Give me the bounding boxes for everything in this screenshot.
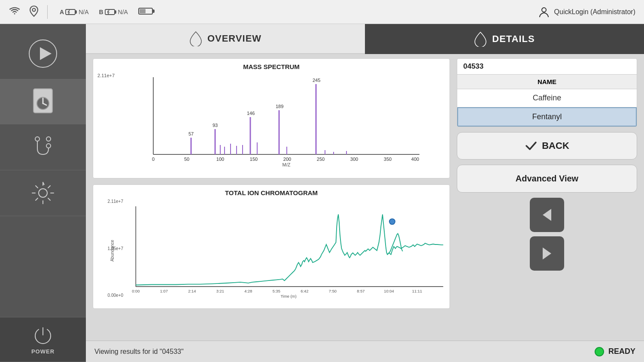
- sidebar-item-settings[interactable]: [0, 170, 86, 216]
- svg-text:Time (m): Time (m): [280, 294, 296, 299]
- play-icon: [28, 39, 58, 69]
- advanced-view-button[interactable]: Advanced View: [457, 165, 637, 193]
- main-battery-icon: [138, 7, 155, 17]
- svg-marker-16: [40, 47, 52, 60]
- next-button[interactable]: [530, 236, 564, 271]
- status-text: Viewing results for id "04533": [94, 348, 184, 356]
- svg-line-4: [69, 10, 70, 12]
- results-id: 04533: [457, 59, 637, 75]
- svg-text:6:42: 6:42: [301, 289, 308, 293]
- tic-svg: 0:00 1:07 2:14 3:21 4:28 5:35 6:42 7:50 …: [132, 199, 445, 302]
- svg-text:0:00: 0:00: [132, 289, 140, 293]
- checkmark-icon: [525, 139, 538, 152]
- svg-rect-6: [105, 9, 115, 15]
- svg-text:11:11: 11:11: [412, 289, 422, 293]
- overview-drop-icon: [189, 31, 202, 46]
- advanced-label: Advanced View: [516, 174, 578, 184]
- svg-text:3:21: 3:21: [216, 289, 224, 293]
- svg-text:M/Z: M/Z: [283, 162, 291, 167]
- tab-overview[interactable]: OVERVIEW: [86, 24, 365, 54]
- tab-overview-label: OVERVIEW: [207, 33, 261, 44]
- back-label: BACK: [542, 140, 569, 151]
- battery-b-label: B: [99, 9, 103, 15]
- ms-y-value: 2.11e+7: [97, 73, 115, 78]
- charts-section: MASS SPECTRUM 2.11e+7: [93, 58, 450, 336]
- battery-b: B N/A: [99, 9, 128, 15]
- svg-text:2:14: 2:14: [188, 289, 196, 293]
- power-icon: [32, 324, 54, 346]
- results-row-fentanyl[interactable]: Fentanyl: [457, 107, 637, 127]
- sidebar-item-medical[interactable]: [0, 124, 86, 170]
- svg-rect-13: [140, 9, 146, 13]
- svg-point-0: [33, 8, 36, 11]
- wifi-icon: [9, 6, 21, 18]
- svg-text:189: 189: [276, 104, 283, 109]
- svg-point-19: [35, 137, 39, 141]
- svg-text:250: 250: [317, 157, 325, 162]
- user-info: QuickLogin (Administrator): [538, 6, 635, 18]
- svg-text:150: 150: [250, 157, 258, 162]
- svg-text:57: 57: [188, 131, 194, 136]
- results-table: 04533 NAME Caffeine Fentanyl: [457, 58, 637, 127]
- svg-text:100: 100: [216, 157, 224, 162]
- prev-button[interactable]: [530, 198, 564, 232]
- svg-point-21: [46, 144, 51, 148]
- tic-highlight-dot: [389, 219, 395, 224]
- svg-marker-70: [543, 247, 551, 259]
- battery-a-value: N/A: [79, 9, 88, 15]
- right-panel: 04533 NAME Caffeine Fentanyl BACK Advanc…: [457, 58, 637, 336]
- gear-icon: [29, 179, 57, 207]
- next-arrow-icon: [539, 246, 555, 261]
- back-button[interactable]: BACK: [457, 132, 637, 160]
- svg-point-20: [46, 137, 51, 141]
- results-row-caffeine[interactable]: Caffeine: [457, 89, 637, 107]
- ready-indicator: [595, 347, 604, 356]
- svg-rect-2: [75, 11, 76, 13]
- ready-label: READY: [608, 347, 635, 356]
- top-bar: A N/A B N/A: [0, 0, 644, 24]
- svg-marker-69: [543, 209, 551, 221]
- tic-y-top: 2.11e+7: [108, 199, 123, 204]
- abundance-label: Abundance: [110, 234, 115, 268]
- svg-line-9: [108, 10, 109, 12]
- nav-buttons: [457, 198, 637, 271]
- svg-text:245: 245: [313, 78, 320, 83]
- status-bar: Viewing results for id "04533" READY: [86, 341, 644, 362]
- svg-text:1:07: 1:07: [160, 289, 168, 293]
- sidebar-item-report[interactable]: [0, 79, 86, 124]
- battery-section: A N/A B N/A: [60, 7, 155, 17]
- main-content: MASS SPECTRUM 2.11e+7: [86, 54, 644, 341]
- sidebar-item-power[interactable]: POWER: [0, 317, 86, 362]
- svg-line-10: [108, 12, 109, 14]
- tab-details[interactable]: DETAILS: [365, 24, 644, 54]
- location-icon: [29, 5, 39, 19]
- svg-text:350: 350: [384, 157, 392, 162]
- sidebar-item-play[interactable]: [0, 28, 86, 79]
- svg-text:50: 50: [184, 157, 189, 162]
- svg-text:5:35: 5:35: [273, 289, 280, 293]
- tab-details-label: DETAILS: [492, 33, 535, 45]
- svg-text:8:57: 8:57: [357, 289, 365, 293]
- svg-point-14: [542, 8, 546, 12]
- sidebar: POWER: [0, 24, 86, 362]
- user-label: QuickLogin (Administrator): [554, 8, 635, 16]
- svg-text:400: 400: [411, 157, 419, 162]
- results-name-header: NAME: [457, 75, 637, 89]
- svg-text:146: 146: [247, 111, 255, 116]
- svg-text:300: 300: [350, 157, 358, 162]
- svg-rect-12: [152, 10, 154, 12]
- main-layout: POWER OVERVIEW DETAILS: [0, 24, 644, 362]
- details-drop-icon: [474, 31, 487, 47]
- svg-point-22: [39, 189, 47, 197]
- tic-chart: TOTAL ION CHROMATOGRAM 2.11e+7 1.05e+7 0…: [93, 184, 450, 309]
- prev-arrow-icon: [539, 207, 555, 223]
- svg-rect-1: [66, 9, 75, 15]
- user-icon: [538, 6, 550, 18]
- svg-text:0: 0: [152, 157, 155, 162]
- svg-rect-7: [115, 11, 116, 13]
- power-label: POWER: [31, 348, 55, 355]
- report-icon: [30, 88, 56, 115]
- svg-text:4:28: 4:28: [244, 289, 252, 293]
- svg-text:200: 200: [283, 157, 291, 162]
- battery-a: A N/A: [60, 9, 88, 15]
